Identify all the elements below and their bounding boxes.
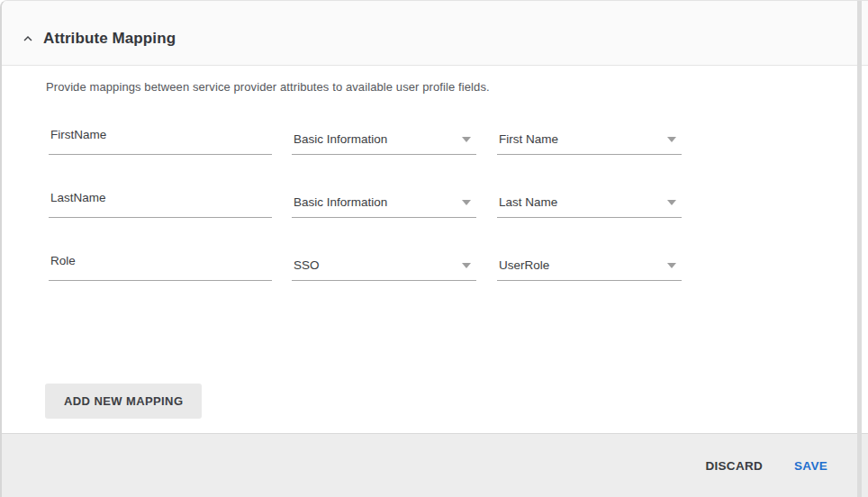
add-new-mapping-button[interactable]: ADD NEW MAPPING <box>45 384 202 419</box>
category-select-value: Basic Information <box>294 132 387 146</box>
mapping-row: SSO UserRole <box>49 249 682 281</box>
arrow-drop-down-icon <box>667 137 676 142</box>
panel-description: Provide mappings between service provide… <box>46 80 490 94</box>
panel-header[interactable]: Attribute Mapping <box>2 1 868 66</box>
attribute-name-input[interactable] <box>49 186 272 218</box>
field-select-value: UserRole <box>499 258 549 272</box>
discard-button[interactable]: DISCARD <box>705 459 763 473</box>
category-select-value: Basic Information <box>294 195 387 209</box>
field-select[interactable]: UserRole <box>497 249 682 281</box>
panel-content: Provide mappings between service provide… <box>2 66 868 433</box>
category-select[interactable]: Basic Information <box>292 123 476 155</box>
field-select[interactable]: First Name <box>497 123 682 155</box>
arrow-drop-down-icon <box>462 137 471 142</box>
category-select-value: SSO <box>294 258 320 272</box>
attribute-name-input[interactable] <box>49 123 272 155</box>
arrow-drop-down-icon <box>462 200 471 205</box>
attribute-mapping-panel: Attribute Mapping Provide mappings betwe… <box>0 0 868 497</box>
save-button[interactable]: SAVE <box>794 459 827 473</box>
footer-bar: DISCARD SAVE <box>2 433 868 497</box>
attribute-name-input[interactable] <box>49 249 272 281</box>
mapping-row: Basic Information First Name <box>49 123 682 155</box>
panel-title: Attribute Mapping <box>43 30 176 48</box>
arrow-drop-down-icon <box>462 263 471 268</box>
category-select[interactable]: Basic Information <box>292 186 476 218</box>
arrow-drop-down-icon <box>667 263 676 268</box>
field-select-value: First Name <box>499 132 558 146</box>
mapping-row: Basic Information Last Name <box>49 186 682 218</box>
category-select[interactable]: SSO <box>292 249 476 281</box>
field-select[interactable]: Last Name <box>497 186 682 218</box>
field-select-value: Last Name <box>499 195 557 209</box>
scrollbar-track[interactable] <box>857 1 862 497</box>
chevron-up-icon[interactable] <box>20 31 36 47</box>
arrow-drop-down-icon <box>667 200 676 205</box>
